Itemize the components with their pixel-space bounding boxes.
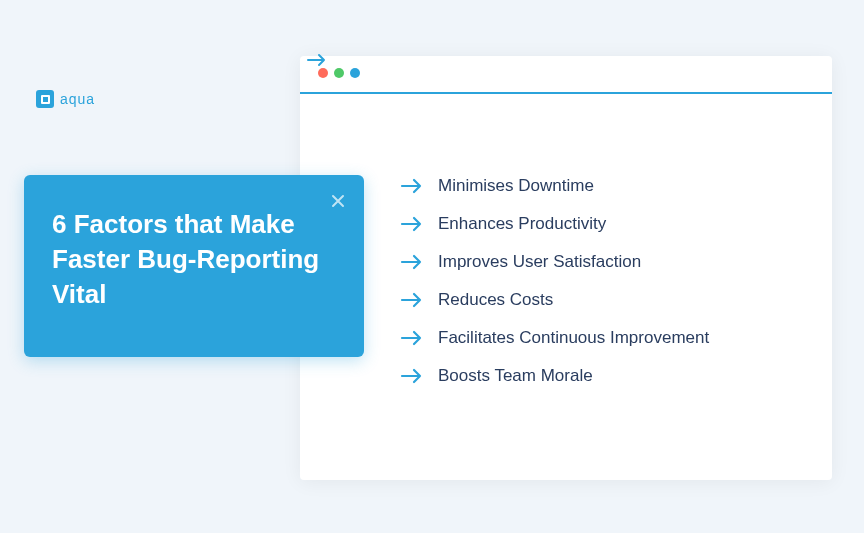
arrow-right-icon (400, 291, 424, 309)
factor-label: Facilitates Continuous Improvement (438, 328, 709, 348)
factor-label: Reduces Costs (438, 290, 553, 310)
list-item: Reduces Costs (400, 290, 792, 310)
list-item: Facilitates Continuous Improvement (400, 328, 792, 348)
list-item: Boosts Team Morale (400, 366, 792, 386)
traffic-light-red (318, 68, 328, 78)
card-title: 6 Factors that Make Faster Bug-Reporting… (52, 207, 336, 312)
traffic-light-blue (350, 68, 360, 78)
traffic-lights (318, 68, 360, 78)
factor-label: Boosts Team Morale (438, 366, 593, 386)
panel-header (300, 56, 832, 94)
factor-label: Improves User Satisfaction (438, 252, 641, 272)
list-item: Minimises Downtime (400, 176, 792, 196)
content-panel: Minimises Downtime Enhances Productivity… (300, 56, 832, 480)
title-card: 6 Factors that Make Faster Bug-Reporting… (24, 175, 364, 357)
arrow-right-icon (400, 215, 424, 233)
close-icon[interactable] (330, 193, 346, 209)
panel-body: Minimises Downtime Enhances Productivity… (300, 94, 832, 426)
logo-icon (36, 90, 54, 108)
traffic-light-green (334, 68, 344, 78)
aqua-logo: aqua (36, 90, 95, 108)
factor-label: Minimises Downtime (438, 176, 594, 196)
arrow-right-icon (400, 367, 424, 385)
logo-text: aqua (60, 91, 95, 107)
list-item: Enhances Productivity (400, 214, 792, 234)
factor-list: Minimises Downtime Enhances Productivity… (400, 176, 792, 386)
arrow-right-icon (400, 177, 424, 195)
arrow-right-icon (400, 253, 424, 271)
arrow-right-icon (306, 52, 328, 68)
arrow-right-icon (400, 329, 424, 347)
factor-label: Enhances Productivity (438, 214, 606, 234)
list-item: Improves User Satisfaction (400, 252, 792, 272)
